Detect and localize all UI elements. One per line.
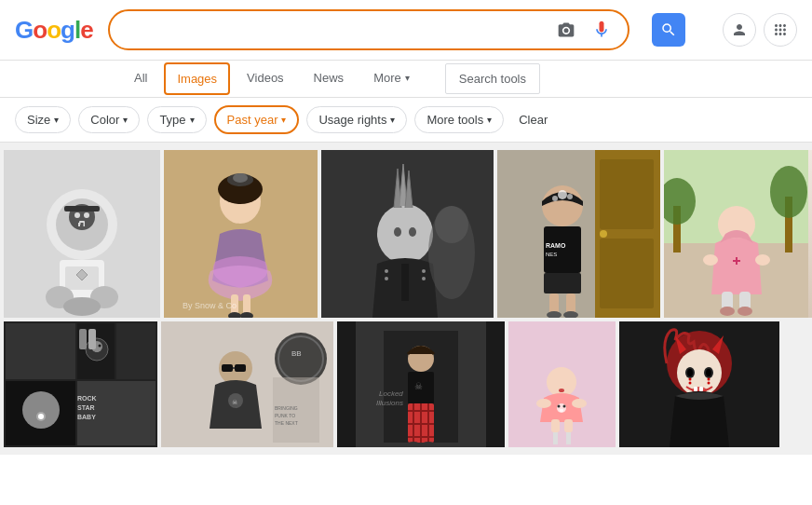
svg-point-66 (770, 166, 807, 218)
image-result-10[interactable] (619, 321, 779, 447)
svg-rect-69 (736, 257, 738, 265)
user-account-button[interactable] (723, 13, 756, 47)
svg-point-49 (558, 190, 567, 199)
svg-rect-11 (64, 206, 100, 212)
svg-rect-8 (78, 223, 80, 226)
svg-point-97 (275, 333, 327, 385)
search-tools-button[interactable]: Search tools (445, 63, 540, 94)
image-result-9[interactable] (508, 321, 616, 447)
tab-news[interactable]: News (301, 61, 358, 97)
tab-images[interactable]: Images (164, 62, 230, 95)
color-filter[interactable]: Color ▾ (78, 106, 140, 133)
size-chevron-icon: ▾ (54, 115, 59, 125)
svg-point-133 (547, 367, 576, 397)
svg-text:By Snow & Co: By Snow & Co (183, 301, 237, 310)
past-year-filter[interactable]: Past year ▾ (214, 105, 300, 134)
svg-rect-142 (551, 419, 560, 432)
type-chevron-icon: ▾ (190, 115, 195, 125)
svg-point-41 (435, 206, 468, 243)
more-chevron-icon: ▾ (405, 73, 410, 83)
color-label: Color (90, 113, 119, 127)
image-result-6[interactable]: ROCK STAR BABY (4, 321, 157, 447)
svg-point-75 (738, 307, 752, 316)
logo-letter-o2: o (47, 16, 61, 44)
image-row-2: ROCK STAR BABY (4, 321, 808, 447)
logo-letter-g: G (15, 16, 33, 44)
svg-point-47 (600, 230, 607, 238)
svg-point-150 (706, 369, 711, 376)
svg-point-34 (409, 227, 416, 237)
apps-button[interactable] (764, 13, 797, 47)
clear-filter-button[interactable]: Clear (511, 107, 555, 132)
google-logo[interactable]: Google (15, 16, 93, 45)
svg-text:Locked: Locked (379, 389, 403, 398)
svg-rect-35 (401, 264, 409, 301)
svg-point-139 (559, 389, 564, 392)
svg-point-149 (687, 369, 693, 376)
svg-point-5 (74, 212, 80, 218)
svg-point-91 (99, 345, 102, 348)
svg-point-37 (385, 277, 388, 280)
svg-text:Illusions: Illusions (376, 399, 403, 407)
type-filter[interactable]: Type ▾ (147, 106, 206, 133)
search-bar[interactable]: punk toddler (108, 9, 629, 50)
logo-letter-e: e (80, 16, 92, 44)
svg-point-71 (755, 254, 770, 266)
svg-rect-92 (95, 349, 99, 352)
svg-point-33 (394, 227, 401, 237)
more-tools-label: More tools (426, 113, 483, 127)
image-result-7[interactable]: BB ☠ BRINGING PUNK TO THE NEXT (161, 321, 333, 447)
svg-point-51 (567, 194, 573, 199)
usage-rights-filter[interactable]: Usage rights ▾ (306, 106, 407, 133)
svg-text:BRINGING: BRINGING (275, 405, 298, 411)
image-result-1[interactable] (4, 150, 160, 318)
image-grid: By Snow & Co (0, 143, 812, 455)
svg-rect-77 (6, 323, 75, 379)
svg-point-157 (708, 382, 710, 385)
tab-all[interactable]: All (121, 61, 160, 97)
filter-bar: Size ▾ Color ▾ Type ▾ Past year ▾ Usage … (0, 98, 812, 143)
svg-rect-46 (600, 239, 654, 308)
svg-point-18 (63, 297, 101, 316)
tab-videos[interactable]: Videos (234, 61, 297, 97)
svg-point-135 (558, 405, 561, 408)
image-result-2[interactable]: By Snow & Co (164, 150, 318, 318)
svg-point-84 (38, 414, 44, 419)
svg-text:BB: BB (291, 349, 302, 358)
svg-rect-45 (600, 159, 654, 229)
more-tools-filter[interactable]: More tools ▾ (414, 106, 504, 133)
svg-rect-26 (243, 294, 250, 315)
usage-rights-chevron-icon: ▾ (390, 115, 395, 125)
size-filter[interactable]: Size ▾ (15, 106, 71, 133)
image-result-8[interactable]: Locked Illusions ☠ (337, 321, 505, 447)
svg-text:☠: ☠ (232, 399, 237, 405)
svg-rect-152 (694, 387, 697, 391)
svg-point-74 (720, 307, 735, 316)
usage-rights-label: Usage rights (318, 113, 386, 127)
image-result-4[interactable]: RAMO NES (497, 150, 660, 318)
camera-search-button[interactable] (553, 17, 579, 43)
image-row-1: By Snow & Co (4, 150, 808, 318)
voice-search-button[interactable] (589, 17, 615, 43)
svg-point-156 (708, 378, 710, 381)
svg-rect-79 (116, 323, 156, 379)
svg-text:BABY: BABY (77, 414, 96, 420)
svg-point-70 (703, 254, 718, 266)
image-result-3[interactable] (321, 150, 494, 318)
svg-text:THE NEXT: THE NEXT (275, 420, 298, 426)
svg-rect-94 (88, 329, 96, 349)
svg-rect-10 (81, 223, 84, 226)
image-result-5[interactable] (664, 150, 812, 318)
logo-letter-g2: g (61, 16, 74, 44)
search-button[interactable] (652, 13, 685, 47)
color-chevron-icon: ▾ (123, 115, 128, 125)
svg-rect-52 (544, 226, 581, 273)
svg-rect-93 (79, 329, 87, 349)
svg-text:ROCK: ROCK (77, 395, 97, 402)
svg-rect-56 (549, 293, 559, 314)
svg-rect-143 (564, 419, 573, 432)
search-input[interactable]: punk toddler (123, 21, 546, 38)
svg-text:PUNK TO: PUNK TO (275, 413, 295, 418)
tab-more[interactable]: More ▾ (360, 61, 423, 97)
svg-point-36 (385, 269, 388, 273)
